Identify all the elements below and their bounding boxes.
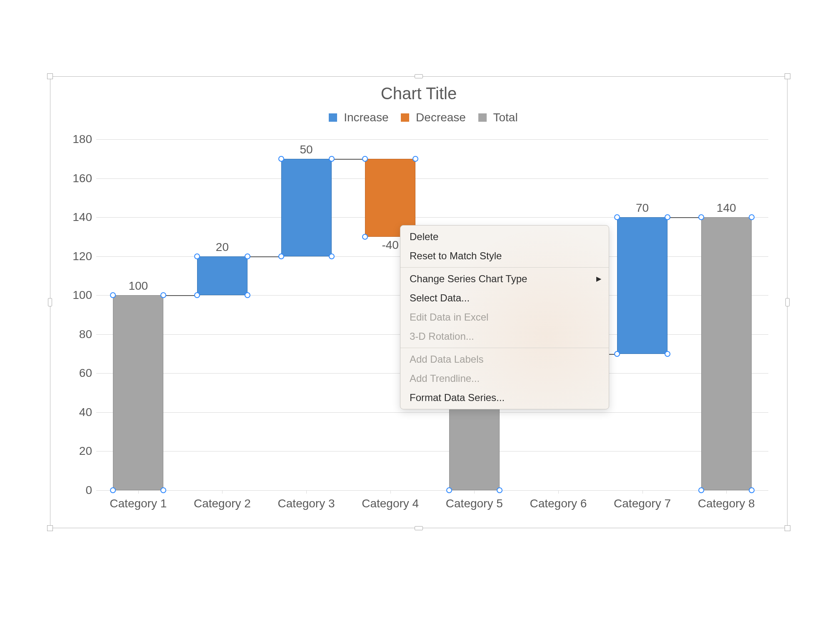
x-axis-tick-label: Category 2 <box>194 497 251 510</box>
menu-item: 3-D Rotation... <box>400 327 609 346</box>
menu-item[interactable]: Delete <box>400 227 609 246</box>
menu-item: Edit Data in Excel <box>400 308 609 327</box>
resize-handle-top-left[interactable] <box>47 73 53 79</box>
menu-item[interactable]: Select Data... <box>400 288 609 308</box>
legend-swatch-decrease <box>401 113 409 122</box>
context-menu: DeleteReset to Match StyleChange Series … <box>400 225 609 409</box>
series-selection-handle[interactable] <box>698 487 704 493</box>
x-axis-tick-label: Category 4 <box>362 497 419 510</box>
legend-swatch-total <box>478 113 487 122</box>
resize-handle-bottom[interactable] <box>415 526 423 530</box>
legend-label-increase: Increase <box>344 111 388 124</box>
bar-increase[interactable] <box>617 217 668 354</box>
series-selection-handle[interactable] <box>665 351 670 357</box>
x-axis-tick <box>726 490 727 494</box>
series-selection-handle[interactable] <box>160 292 166 298</box>
series-selection-handle[interactable] <box>362 156 368 162</box>
series-selection-handle[interactable] <box>749 487 755 493</box>
menu-separator <box>400 348 609 348</box>
y-axis-tick-label: 180 <box>63 133 92 146</box>
x-axis-tick <box>306 490 307 494</box>
series-selection-handle[interactable] <box>362 234 368 240</box>
series-selection-handle[interactable] <box>278 156 284 162</box>
resize-handle-bottom-right[interactable] <box>785 525 790 531</box>
canvas: Chart Title Increase Decrease Total 0204… <box>0 0 840 632</box>
y-axis-tick-label: 80 <box>63 328 92 341</box>
connector-line <box>163 295 197 296</box>
data-label: 100 <box>128 279 148 293</box>
legend-swatch-increase <box>329 113 337 122</box>
y-axis-tick-label: 140 <box>63 211 92 224</box>
series-selection-handle[interactable] <box>329 253 335 259</box>
menu-item[interactable]: Reset to Match Style <box>400 246 609 266</box>
series-selection-handle[interactable] <box>110 487 116 493</box>
resize-handle-left[interactable] <box>48 298 52 306</box>
data-label: 140 <box>717 201 736 215</box>
series-selection-handle[interactable] <box>614 351 620 357</box>
series-selection-handle[interactable] <box>278 253 284 259</box>
gridline <box>96 178 768 179</box>
series-selection-handle[interactable] <box>245 292 250 298</box>
resize-handle-top-right[interactable] <box>785 73 790 79</box>
y-axis-tick-label: 40 <box>63 406 92 419</box>
y-axis-tick-label: 60 <box>63 366 92 380</box>
x-axis-tick-label: Category 8 <box>698 497 755 510</box>
legend-label-total: Total <box>493 111 518 124</box>
series-selection-handle[interactable] <box>749 214 755 220</box>
gridline <box>96 490 768 491</box>
x-axis-tick <box>558 490 559 494</box>
x-axis-tick <box>138 490 139 494</box>
submenu-arrow-icon: ▶ <box>596 272 601 286</box>
series-selection-handle[interactable] <box>194 292 200 298</box>
menu-separator <box>400 267 609 268</box>
series-selection-handle[interactable] <box>194 253 200 259</box>
data-label: -40 <box>382 238 398 252</box>
resize-handle-top[interactable] <box>415 74 423 78</box>
y-axis-tick-label: 0 <box>63 484 92 497</box>
connector-line <box>248 256 281 257</box>
bar-total[interactable] <box>113 295 163 490</box>
y-axis-tick-label: 120 <box>63 250 92 263</box>
connector-line <box>332 159 365 160</box>
series-selection-handle[interactable] <box>329 156 335 162</box>
x-axis-tick-label: Category 5 <box>446 497 503 510</box>
x-axis-tick-label: Category 6 <box>530 497 587 510</box>
bar-total[interactable] <box>701 217 752 490</box>
y-axis-tick-label: 160 <box>63 172 92 185</box>
series-selection-handle[interactable] <box>698 214 704 220</box>
legend-label-decrease: Decrease <box>416 111 466 124</box>
series-selection-handle[interactable] <box>497 487 502 493</box>
series-selection-handle[interactable] <box>245 253 250 259</box>
x-axis-tick-label: Category 1 <box>110 497 167 510</box>
y-axis-tick-label: 100 <box>63 288 92 302</box>
menu-item[interactable]: Format Data Series... <box>400 388 609 407</box>
series-selection-handle[interactable] <box>110 292 116 298</box>
data-label: 70 <box>636 201 649 215</box>
chart-title[interactable]: Chart Title <box>50 84 787 103</box>
menu-item: Add Trendline... <box>400 369 609 388</box>
series-selection-handle[interactable] <box>412 156 418 162</box>
resize-handle-right[interactable] <box>785 298 790 306</box>
series-selection-handle[interactable] <box>614 214 620 220</box>
x-axis-tick <box>390 490 391 494</box>
x-axis-tick <box>222 490 222 494</box>
menu-item: Add Data Labels <box>400 350 609 369</box>
y-axis-tick-label: 20 <box>63 444 92 458</box>
gridline <box>96 139 768 140</box>
data-label: 20 <box>216 241 229 254</box>
data-label: 50 <box>300 143 312 156</box>
resize-handle-bottom-left[interactable] <box>47 525 53 531</box>
x-axis-tick <box>642 490 643 494</box>
gridline <box>96 412 768 413</box>
x-axis-tick-label: Category 3 <box>278 497 335 510</box>
series-selection-handle[interactable] <box>160 487 166 493</box>
x-axis-tick-label: Category 7 <box>614 497 671 510</box>
series-selection-handle[interactable] <box>446 487 452 493</box>
bar-increase[interactable] <box>281 159 332 256</box>
x-axis-tick <box>474 490 475 494</box>
series-selection-handle[interactable] <box>665 214 670 220</box>
menu-item[interactable]: Change Series Chart Type▶ <box>400 269 609 288</box>
chart-legend[interactable]: Increase Decrease Total <box>50 110 787 124</box>
bar-increase[interactable] <box>197 256 248 296</box>
gridline <box>96 451 768 451</box>
